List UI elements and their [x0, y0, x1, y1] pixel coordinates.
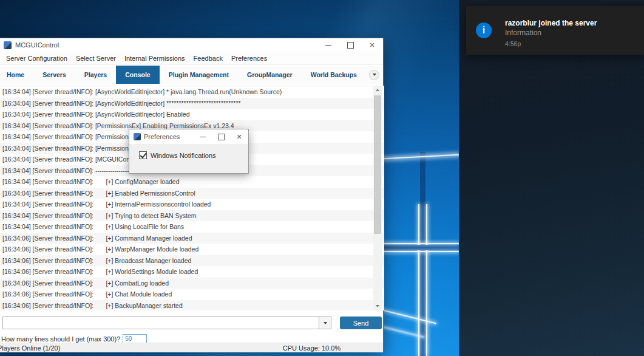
console-log-list: [16:34:04] [Server thread/INFO]: [AsyncW… — [0, 86, 384, 310]
console-log-row: [16:34:04] [Server thread/INFO]: [+] Ena… — [0, 188, 384, 199]
console-log-row: [16:34:06] [Server thread/INFO]: [+] Bro… — [0, 255, 384, 267]
status-bar: Players Online (1/20) CPU Usage: 10.0% — [0, 343, 383, 352]
players-online-status: Players Online (1/20) — [0, 344, 60, 352]
close-button[interactable]: ✕ — [361, 38, 383, 52]
app-icon — [4, 41, 12, 49]
console-log-row: [16:34:06] [Server thread/INFO]: [+] War… — [0, 244, 384, 255]
tab-world-backups[interactable]: World Backups — [302, 66, 366, 84]
console-log-row: [16:34:06] [Server thread/INFO]: [+] Com… — [0, 278, 384, 289]
console-scrollbar[interactable] — [373, 86, 382, 310]
console-log-row: [16:34:04] [Server thread/INFO]: [AsyncW… — [0, 98, 384, 109]
dialog-title: Preferences — [144, 133, 180, 140]
scrollbar-down-arrow-icon[interactable] — [373, 302, 382, 310]
toast-subtitle: Information — [505, 29, 541, 37]
tab-servers[interactable]: Servers — [33, 66, 75, 84]
console-log-row: [16:34:06] [Server thread/INFO]: [+] Com… — [0, 233, 384, 244]
menu-item-feedback[interactable]: Feedback — [189, 55, 227, 62]
windows-notifications-option[interactable]: Windows Notifications — [139, 151, 216, 159]
console-log-row: [16:34:06] [Server thread/INFO]: [+] Bac… — [0, 300, 384, 311]
menu-item-select-server[interactable]: Select Server — [72, 55, 120, 62]
tab-home[interactable]: Home — [0, 66, 33, 84]
mcguicontrol-window: MCGUIControl ✕ Server ConfigurationSelec… — [0, 38, 384, 352]
chevron-down-icon — [369, 70, 379, 80]
tab-players[interactable]: Players — [75, 66, 116, 84]
console-log-row: [16:34:04] [Server thread/INFO]: [+] Int… — [0, 199, 384, 210]
lines-query-label: How many lines should I get (max 300)? — [1, 335, 120, 343]
console-log-row: [16:34:04] [Server thread/INFO]: [+] Try… — [0, 210, 384, 222]
toast-title: razorblur joined the server — [505, 19, 597, 27]
toast-timestamp: 4:56p — [505, 40, 521, 47]
title-bar[interactable]: MCGUIControl ✕ — [0, 38, 383, 52]
dialog-minimize-button[interactable] — [194, 129, 212, 144]
menu-bar: Server ConfigurationSelect ServerInterna… — [0, 52, 383, 65]
command-combobox[interactable] — [2, 317, 331, 329]
console-log-row: [16:34:04] [Server thread/INFO]: [AsyncW… — [0, 109, 384, 120]
tab-overflow-button[interactable] — [366, 66, 383, 84]
dialog-title-bar[interactable]: Preferences ✕ — [129, 129, 248, 144]
dialog-maximize-button[interactable] — [212, 129, 230, 144]
wallpaper-window-logo-horizontal-bar — [382, 245, 459, 250]
scrollbar-up-arrow-icon[interactable] — [373, 86, 382, 94]
checkbox-icon[interactable] — [139, 151, 147, 159]
tab-plugin-management[interactable]: Plugin Management — [160, 66, 238, 84]
dialog-body: Windows Notifications — [129, 144, 248, 173]
minimize-button[interactable] — [317, 38, 339, 52]
desktop: i razorblur joined the server Informatio… — [0, 0, 644, 356]
combobox-dropdown-icon[interactable] — [319, 317, 331, 329]
scrollbar-thumb[interactable] — [374, 95, 381, 234]
menu-item-internal-permissions[interactable]: Internal Permissions — [120, 55, 189, 62]
info-icon: i — [476, 22, 492, 38]
tab-bar: HomeServersPlayersConsolePlugin Manageme… — [0, 66, 383, 84]
dialog-close-button[interactable]: ✕ — [230, 129, 248, 144]
tab-console[interactable]: Console — [116, 66, 159, 84]
console-log-row: [16:34:04] [Server thread/INFO]: [+] Usi… — [0, 221, 384, 233]
console-log-row: [16:34:04] [Server thread/INFO]: [AsyncW… — [0, 86, 384, 98]
console-log-row: [16:34:06] [Server thread/INFO]: [+] Cha… — [0, 289, 384, 300]
preferences-dialog: Preferences ✕ Windows Notifications — [129, 129, 249, 174]
notification-toast[interactable]: i razorblur joined the server Informatio… — [466, 6, 644, 55]
console-log-row: [16:34:04] [Server thread/INFO]: [+] Con… — [0, 176, 384, 188]
maximize-button[interactable] — [339, 38, 361, 52]
tab-groupmanager[interactable]: GroupManager — [238, 66, 302, 84]
cpu-usage-status: CPU Usage: 10.0% — [259, 344, 365, 352]
checkbox-label: Windows Notifications — [151, 152, 216, 159]
window-title: MCGUIControl — [15, 41, 59, 49]
console-log-row: [16:34:06] [Server thread/INFO]: [+] Wor… — [0, 266, 384, 278]
menu-item-server-configuration[interactable]: Server Configuration — [2, 55, 72, 62]
app-icon — [134, 133, 141, 140]
menu-item-preferences[interactable]: Preferences — [227, 55, 271, 62]
command-input[interactable] — [3, 317, 319, 329]
send-button[interactable]: Send — [340, 317, 382, 329]
wallpaper-window-logo-vertical-bar — [420, 152, 425, 356]
command-input-row: Send — [0, 317, 384, 330]
